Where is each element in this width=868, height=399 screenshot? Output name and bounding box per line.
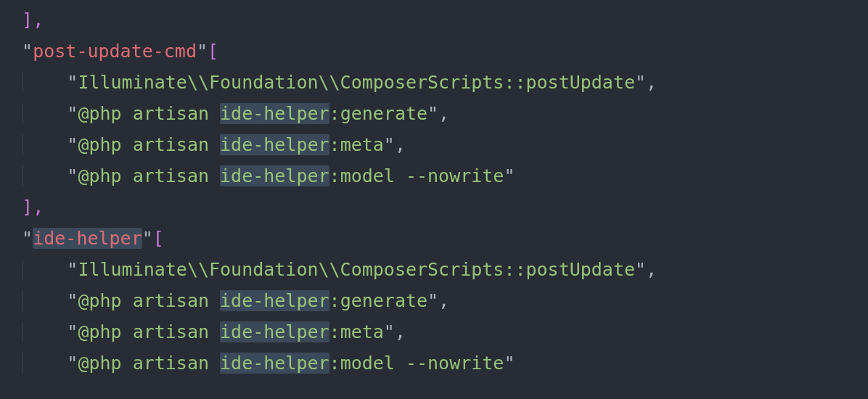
bracket-open: [ — [208, 41, 218, 62]
json-string: Illuminate\\Foundation\\ComposerScripts:… — [78, 72, 635, 93]
code-line: ], — [0, 192, 868, 223]
code-line: "@php artisan ide-helper:generate", — [0, 98, 868, 129]
code-line: ], — [0, 4, 868, 36]
search-highlight: ide-helper — [220, 134, 329, 155]
json-key: ide-helper — [33, 228, 142, 249]
search-highlight: ide-helper — [220, 103, 329, 124]
json-string: @php artisan ide-helper:generate — [78, 290, 427, 311]
code-line: "@php artisan ide-helper:meta", — [0, 316, 868, 347]
code-line: "@php artisan ide-helper:generate", — [0, 285, 868, 316]
json-string: @php artisan ide-helper:model --nowrite — [78, 353, 504, 374]
json-string: @php artisan ide-helper:model --nowrite — [78, 165, 504, 186]
search-highlight: ide-helper — [220, 353, 329, 374]
json-string: @php artisan ide-helper:meta — [78, 321, 383, 342]
code-line: "Illuminate\\Foundation\\ComposerScripts… — [0, 254, 868, 285]
json-string: Illuminate\\Foundation\\ComposerScripts:… — [78, 259, 635, 280]
code-line: "@php artisan ide-helper:meta", — [0, 129, 868, 160]
json-key: post-update-cmd — [33, 41, 197, 62]
search-highlight: ide-helper — [220, 165, 329, 186]
bracket-close: ], — [22, 9, 44, 30]
json-string: @php artisan ide-helper:meta — [78, 134, 383, 155]
code-line: "@php artisan ide-helper:model --nowrite… — [0, 347, 868, 379]
json-string: @php artisan ide-helper:generate — [78, 103, 427, 124]
code-line: "Illuminate\\Foundation\\ComposerScripts… — [0, 67, 868, 98]
bracket-close: ], — [22, 197, 44, 218]
code-line: "ide-helper"[ — [0, 223, 868, 254]
code-editor[interactable]: ], "post-update-cmd"[ "Illuminate\\Found… — [0, 4, 868, 379]
code-line: "post-update-cmd"[ — [0, 36, 868, 67]
bracket-open: [ — [153, 228, 164, 249]
search-highlight: ide-helper — [220, 321, 329, 342]
code-line: "@php artisan ide-helper:model --nowrite… — [0, 160, 868, 192]
search-highlight: ide-helper — [220, 290, 329, 311]
